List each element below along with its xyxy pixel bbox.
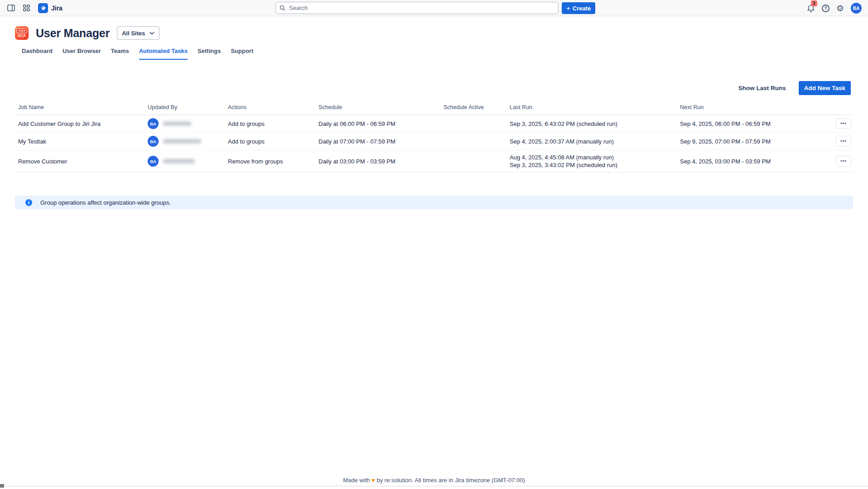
sidebar-toggle-button[interactable] [5, 2, 17, 14]
ellipsis-icon: ••• [840, 139, 847, 144]
tab-teams[interactable]: Teams [111, 48, 129, 60]
create-button[interactable]: + Create [562, 2, 595, 14]
next-run-cell: Sep 9, 2025, 07:00 PM - 07:59 PM [680, 138, 820, 145]
job-name[interactable]: Add Customer Group to Jiri Jira [15, 120, 148, 127]
footer: Made with ♥ by re:solution. All times ar… [0, 477, 868, 484]
updated-by-cell: BA [148, 136, 228, 147]
last-run-cell: Aug 4, 2025, 4:45:08 AM (manually run) S… [510, 153, 680, 169]
show-last-runs-button[interactable]: Show Last Runs [737, 82, 788, 94]
task-schedule: Daily at 03:00 PM - 03:59 PM [318, 158, 444, 165]
tab-bar: Dashboard User Browser Teams Automated T… [0, 48, 868, 60]
app-switcher-button[interactable] [20, 2, 33, 14]
last-run-entry: Sep 3, 2025, 6:43:02 PM (scheduled run) [510, 120, 680, 128]
task-schedule: Daily at 07:00 PM - 07:59 PM [318, 138, 444, 145]
site-selector-value: All Sites [122, 30, 145, 37]
question-mark-icon: ? [824, 6, 827, 11]
footer-text-suffix: by re:solution. All times are in Jira ti… [376, 477, 525, 484]
last-run-entry: Sep 3, 2025, 3:43:02 PM (scheduled run) [510, 161, 680, 169]
task-row: Remove Customer BA Remove from groups Da… [15, 150, 853, 173]
updated-by-avatar: BA [148, 156, 159, 167]
updated-by-avatar: BA [148, 136, 159, 147]
updated-by-name-redacted [163, 139, 201, 144]
tab-settings[interactable]: Settings [198, 48, 221, 60]
app-switcher-grid-icon [23, 5, 30, 11]
task-actions: Remove from groups [228, 158, 318, 165]
toggle-knob [437, 125, 443, 130]
plus-icon: + [566, 5, 570, 11]
job-name[interactable]: Remove Customer [15, 158, 148, 165]
last-run-cell: Sep 4, 2025, 2:00:37 AM (manually run) [510, 138, 680, 145]
notification-count-badge: 3 [811, 0, 817, 6]
heart-icon: ♥ [371, 477, 375, 484]
column-header-schedule-active: Schedule Active [444, 104, 510, 110]
info-icon: i [25, 199, 32, 206]
chevron-down-icon [149, 32, 154, 35]
page-title: User Manager [36, 27, 110, 40]
help-button[interactable]: ? [822, 5, 829, 12]
task-schedule: Daily at 06:00 PM - 06:59 PM [318, 120, 444, 127]
ellipsis-icon: ••• [840, 158, 847, 163]
last-run-entry: Aug 4, 2025, 4:45:08 AM (manually run) [510, 153, 680, 161]
jira-logo-icon [38, 3, 48, 13]
updated-by-avatar: BA [148, 118, 159, 129]
notifications-button[interactable]: 3 [807, 4, 815, 13]
horizontal-scrollbar-thumb[interactable] [0, 484, 4, 488]
last-run-entry: Sep 4, 2025, 2:00:37 AM (manually run) [510, 138, 680, 145]
product-name: Jira [51, 5, 63, 12]
tab-automated-tasks[interactable]: Automated Tasks [139, 48, 188, 60]
add-new-task-button[interactable]: Add New Task [799, 81, 851, 95]
column-header-updated-by: Updated By [148, 104, 228, 110]
settings-button[interactable]: ⚙ [836, 4, 844, 13]
avatar-initials: BA [853, 6, 859, 11]
column-header-actions: Actions [228, 104, 318, 110]
job-name[interactable]: My Testtak [15, 138, 148, 145]
column-header-last-run: Last Run [510, 104, 680, 110]
top-navigation-bar: Jira + Create 3 ? ⚙ [0, 0, 868, 16]
task-row: Add Customer Group to Jiri Jira BA Add t… [15, 115, 853, 133]
check-icon: ✓ [446, 161, 449, 168]
search-icon [280, 5, 285, 11]
toggle-knob [437, 162, 443, 168]
site-selector-dropdown[interactable]: All Sites [117, 26, 159, 40]
check-icon: ✓ [446, 124, 449, 131]
sidebar-panel-icon [7, 5, 15, 11]
user-manager-app-icon: USER [15, 26, 29, 40]
jira-home-link[interactable]: Jira [35, 2, 65, 14]
automated-tasks-table: Job Name Updated By Actions Schedule Sch… [15, 104, 853, 173]
page-header: USER User Manager All Sites [0, 16, 868, 40]
next-run-cell: Sep 4, 2025, 03:00 PM - 03:59 PM [680, 158, 820, 165]
tab-dashboard[interactable]: Dashboard [22, 48, 53, 60]
column-header-next-run: Next Run [680, 104, 820, 110]
global-search[interactable] [275, 2, 559, 14]
user-manager-app-icon-label: USER [16, 29, 27, 33]
updated-by-cell: BA [148, 118, 228, 129]
column-header-schedule: Schedule [318, 104, 444, 110]
table-header-row: Job Name Updated By Actions Schedule Sch… [15, 104, 853, 115]
row-actions-menu-button[interactable]: ••• [836, 136, 851, 147]
cross-icon: ✕ [438, 141, 441, 149]
task-toolbar: Show Last Runs Add New Task [0, 81, 868, 95]
updated-by-name-redacted [163, 159, 195, 163]
footer-text-prefix: Made with [343, 477, 370, 484]
task-actions: Add to groups [228, 120, 318, 127]
toggle-knob [444, 142, 450, 148]
task-actions: Add to groups [228, 138, 318, 145]
horizontal-scrollbar-track[interactable] [0, 486, 868, 486]
last-run-cell: Sep 3, 2025, 6:43:02 PM (scheduled run) [510, 120, 680, 128]
gear-icon: ⚙ [836, 4, 844, 13]
user-avatar[interactable]: BA [851, 3, 862, 14]
tab-user-browser[interactable]: User Browser [63, 48, 101, 60]
search-input[interactable] [288, 4, 555, 12]
create-button-label: Create [573, 5, 591, 12]
next-run-cell: Sep 4, 2025, 06:00 PM - 06:59 PM [680, 120, 820, 127]
row-actions-menu-button[interactable]: ••• [836, 118, 851, 129]
column-header-job-name: Job Name [15, 104, 148, 110]
info-banner-text: Group operations affect organization-wid… [40, 199, 171, 206]
ellipsis-icon: ••• [840, 121, 847, 126]
updated-by-cell: BA [148, 156, 228, 167]
row-actions-menu-button[interactable]: ••• [836, 156, 851, 167]
task-row: My Testtak BA Add to groups Daily at 07:… [15, 133, 853, 150]
tab-support[interactable]: Support [231, 48, 253, 60]
info-banner: i Group operations affect organization-w… [15, 196, 853, 209]
updated-by-name-redacted [163, 121, 191, 126]
